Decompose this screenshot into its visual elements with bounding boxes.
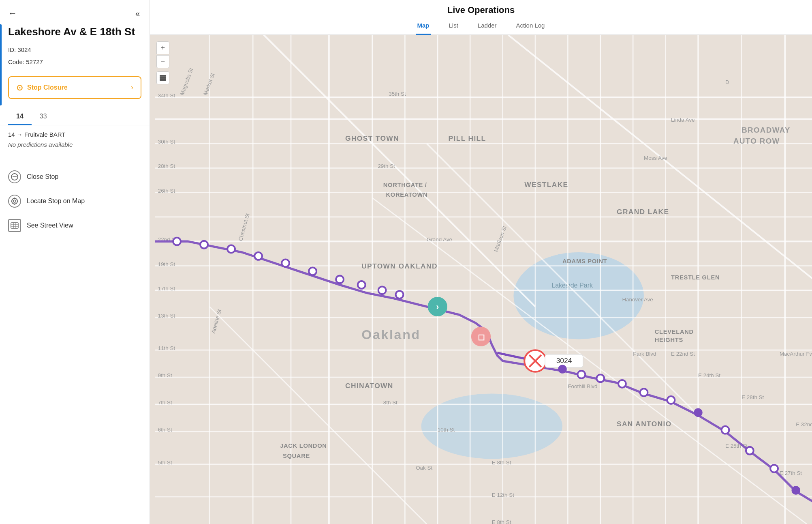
svg-text:CLEVELAND: CLEVELAND <box>655 329 694 335</box>
svg-point-16 <box>421 393 562 459</box>
main-area: Live Operations Map List Ladder Action L… <box>150 0 812 524</box>
svg-text:17th St: 17th St <box>158 286 175 292</box>
svg-text:MacArthur Fwy: MacArthur Fwy <box>780 351 812 357</box>
svg-text:E 8th St: E 8th St <box>492 460 511 466</box>
svg-text:E 27th St: E 27th St <box>780 470 802 476</box>
svg-point-124 <box>309 268 316 275</box>
locate-stop-item[interactable]: Locate Stop on Map <box>0 189 150 213</box>
svg-point-143 <box>640 389 648 396</box>
sidebar-header: ← « <box>0 0 150 24</box>
svg-text:D: D <box>725 79 729 85</box>
svg-text:29th St: 29th St <box>378 163 395 169</box>
map-svg: Lakeside Park <box>150 35 812 524</box>
svg-text:3024: 3024 <box>556 356 572 365</box>
svg-point-2 <box>12 198 17 204</box>
zoom-in-button[interactable]: + <box>156 41 169 54</box>
close-stop-item[interactable]: Close Stop <box>0 165 150 189</box>
svg-text:Oakland: Oakland <box>361 327 421 342</box>
close-stop-icon <box>8 170 21 183</box>
svg-text:5th St: 5th St <box>158 460 172 466</box>
street-view-item[interactable]: See Street View <box>0 213 150 238</box>
svg-text:CHINATOWN: CHINATOWN <box>345 382 393 390</box>
route-tab-33[interactable]: 33 <box>32 109 55 125</box>
svg-text:26th St: 26th St <box>158 188 175 194</box>
back-button[interactable]: ← <box>6 6 19 20</box>
svg-text:28th St: 28th St <box>158 163 175 169</box>
svg-text:◻: ◻ <box>478 332 485 342</box>
svg-text:30th St: 30th St <box>158 139 175 145</box>
close-stop-label: Close Stop <box>27 173 58 180</box>
svg-rect-155 <box>160 77 166 79</box>
svg-text:HEIGHTS: HEIGHTS <box>655 337 683 343</box>
svg-text:E 8th St: E 8th St <box>492 519 511 524</box>
tab-list[interactable]: List <box>447 19 460 35</box>
svg-text:11th St: 11th St <box>158 345 175 351</box>
svg-text:8th St: 8th St <box>383 399 397 406</box>
svg-text:13th St: 13th St <box>158 313 175 319</box>
svg-text:UPTOWN OAKLAND: UPTOWN OAKLAND <box>361 262 438 270</box>
svg-text:Hanover Ave: Hanover Ave <box>622 296 653 303</box>
svg-text:SAN ANTONIO: SAN ANTONIO <box>617 420 672 428</box>
route-tab-14[interactable]: 14 <box>8 109 32 125</box>
divider <box>0 158 150 158</box>
svg-text:Foothill Blvd: Foothill Blvd <box>568 383 597 389</box>
collapse-button[interactable]: « <box>134 7 141 20</box>
svg-rect-8 <box>11 223 18 228</box>
stop-meta: ID: 3024 Code: 52727 <box>0 42 150 70</box>
svg-rect-156 <box>160 79 166 81</box>
svg-point-128 <box>396 291 404 299</box>
svg-text:Moss Ave: Moss Ave <box>644 155 667 161</box>
svg-text:Park Blvd: Park Blvd <box>633 351 656 357</box>
zoom-out-button[interactable]: − <box>156 55 169 68</box>
main-tabs: Map List Ladder Action Log <box>150 15 812 35</box>
locate-stop-label: Locate Stop on Map <box>27 198 85 205</box>
svg-text:NORTHGATE /: NORTHGATE / <box>383 182 427 188</box>
svg-text:JACK LONDON: JACK LONDON <box>280 442 327 449</box>
svg-rect-154 <box>160 75 166 77</box>
svg-point-140 <box>578 371 585 378</box>
tab-ladder[interactable]: Ladder <box>476 19 498 35</box>
svg-text:PILL HILL: PILL HILL <box>449 134 486 142</box>
stop-closure-left: ⊙ Stop Closure <box>16 83 68 92</box>
svg-point-144 <box>667 396 675 404</box>
svg-text:Linda Ave: Linda Ave <box>671 117 695 123</box>
svg-text:10th St: 10th St <box>438 427 455 433</box>
svg-point-149 <box>791 486 800 494</box>
tab-action-log[interactable]: Action Log <box>515 19 547 35</box>
svg-text:GHOST TOWN: GHOST TOWN <box>345 134 399 142</box>
svg-text:WESTLAKE: WESTLAKE <box>524 180 568 189</box>
tab-map[interactable]: Map <box>416 19 431 35</box>
svg-text:9th St: 9th St <box>158 372 172 378</box>
route-direction: 14 → Fruitvale BART <box>0 125 150 140</box>
svg-point-119 <box>173 238 181 245</box>
svg-text:GRAND LAKE: GRAND LAKE <box>617 208 669 216</box>
svg-point-127 <box>378 286 386 294</box>
svg-point-145 <box>694 408 702 417</box>
stop-closure-label: Stop Closure <box>27 84 68 91</box>
svg-text:6th St: 6th St <box>158 427 172 433</box>
svg-text:Grand Ave: Grand Ave <box>427 236 452 243</box>
locate-icon <box>8 195 21 208</box>
svg-text:BROADWAY: BROADWAY <box>741 126 790 134</box>
svg-point-3 <box>13 200 16 202</box>
svg-text:AUTO ROW: AUTO ROW <box>733 137 780 145</box>
svg-point-142 <box>618 380 626 388</box>
svg-text:34th St: 34th St <box>158 92 175 99</box>
svg-point-123 <box>282 259 289 267</box>
map-container[interactable]: Lakeside Park <box>150 35 812 524</box>
svg-text:Oak St: Oak St <box>416 465 432 471</box>
stop-closure-button[interactable]: ⊙ Stop Closure › <box>8 76 141 99</box>
svg-text:19th St: 19th St <box>158 261 175 267</box>
svg-text:ADAMS POINT: ADAMS POINT <box>562 258 607 264</box>
svg-point-146 <box>722 426 729 434</box>
map-controls: + − <box>156 41 169 84</box>
action-list: Close Stop Locate Stop on Map <box>0 161 150 241</box>
svg-text:›: › <box>436 302 439 312</box>
layers-button[interactable] <box>156 71 169 84</box>
svg-text:E 32nd St: E 32nd St <box>796 421 812 427</box>
street-view-label: See Street View <box>27 222 73 229</box>
svg-text:KOREATOWN: KOREATOWN <box>386 191 428 198</box>
no-predictions: No predictions available <box>0 140 150 155</box>
page-title: Live Operations <box>150 0 812 15</box>
svg-text:E 22nd St: E 22nd St <box>671 351 695 357</box>
